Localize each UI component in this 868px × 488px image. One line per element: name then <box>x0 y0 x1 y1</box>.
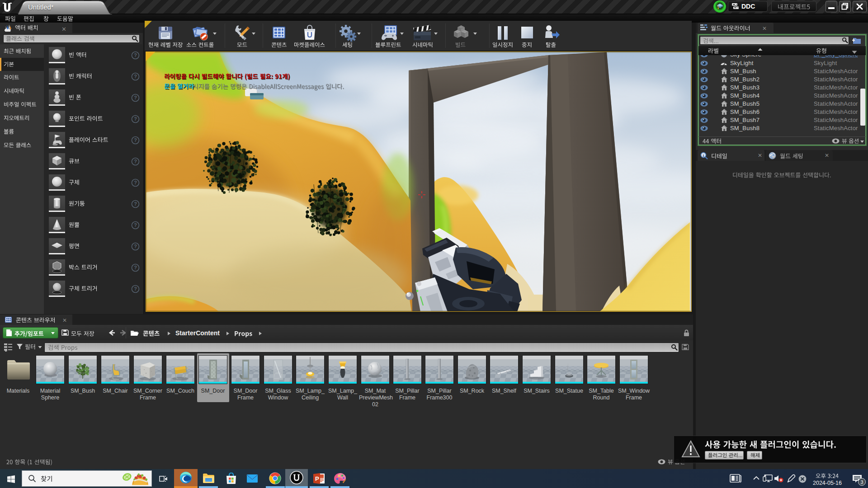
svg-text:?: ? <box>134 244 137 249</box>
svg-text:?: ? <box>134 222 137 228</box>
svg-text:?: ? <box>134 74 137 79</box>
svg-text:?: ? <box>134 52 137 58</box>
svg-text:?: ? <box>134 180 137 185</box>
svg-text:?: ? <box>134 159 137 164</box>
svg-text:P: P <box>315 475 319 482</box>
svg-text:?: ? <box>134 286 137 291</box>
svg-text:?: ? <box>134 201 137 206</box>
svg-text:?: ? <box>134 95 137 100</box>
svg-text:?: ? <box>134 137 137 143</box>
svg-text:?: ? <box>134 265 137 270</box>
svg-text:?: ? <box>134 116 137 122</box>
